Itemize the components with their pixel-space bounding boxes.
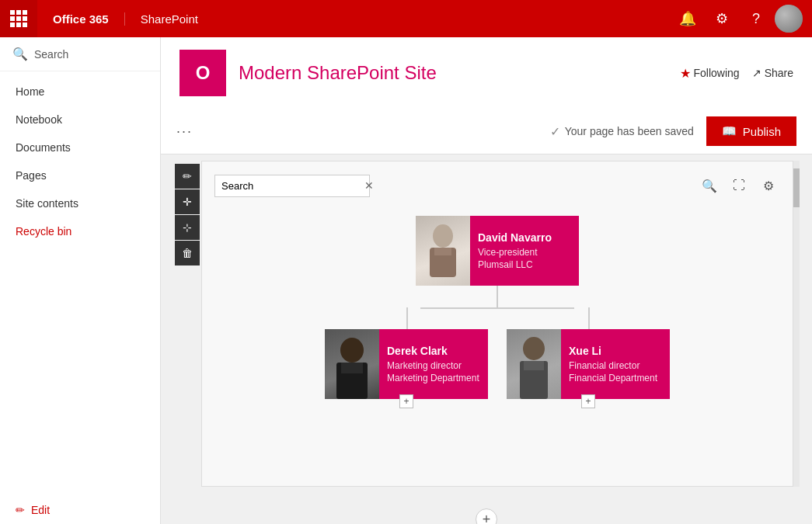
settings-icon: ⚙ bbox=[763, 179, 774, 193]
webpart-area: ✏ ✛ ⊹ 🗑 bbox=[161, 154, 812, 499]
connector-v-1 bbox=[497, 286, 498, 307]
publish-label: Publish bbox=[743, 125, 781, 138]
zoom-button[interactable]: 🔍 bbox=[698, 174, 721, 197]
expand-icon: ⛶ bbox=[733, 179, 745, 193]
notification-button[interactable]: 🔔 bbox=[672, 3, 703, 34]
org-card-david[interactable]: David Navarro Vice-president Plumsail LL… bbox=[416, 216, 579, 286]
question-icon: ? bbox=[752, 11, 760, 27]
connector-v-derek bbox=[406, 307, 408, 329]
scrollbar-track[interactable] bbox=[793, 161, 800, 487]
webpart-header: ✕ 🔍 ⛶ ⚙ bbox=[214, 174, 780, 197]
connector-v-xue bbox=[588, 307, 590, 329]
org-card-derek[interactable]: Derek Clark Marketing director Marketing… bbox=[325, 329, 488, 399]
settings-button[interactable]: ⚙ bbox=[706, 3, 737, 34]
toolbar-dots[interactable]: ··· bbox=[176, 123, 193, 140]
topbar-icons: 🔔 ⚙ ? bbox=[672, 3, 812, 34]
zoom-icon: 🔍 bbox=[702, 179, 717, 193]
webpart-frame: ✕ 🔍 ⛶ ⚙ bbox=[201, 161, 793, 487]
documents-label: Documents bbox=[16, 141, 71, 154]
scrollbar-thumb[interactable] bbox=[793, 168, 800, 207]
drag-webpart-button[interactable]: ⊹ bbox=[175, 215, 200, 240]
xue-photo-silhouette bbox=[511, 333, 557, 399]
sidebar: 🔍 Search Home Notebook Documents Pages S… bbox=[0, 37, 161, 524]
notebook-label: Notebook bbox=[16, 113, 62, 126]
svg-rect-2 bbox=[434, 248, 451, 255]
waffle-icon bbox=[10, 10, 27, 27]
bell-icon: 🔔 bbox=[679, 10, 696, 27]
org-card-role-derek: Marketing director bbox=[387, 360, 480, 371]
gear-icon: ⚙ bbox=[716, 10, 728, 27]
site-title: Modern SharePoint Site bbox=[239, 62, 437, 84]
waffle-button[interactable] bbox=[0, 0, 37, 37]
expand-derek-button[interactable]: + bbox=[399, 394, 413, 408]
sidebar-item-notebook[interactable]: Notebook bbox=[0, 106, 160, 134]
search-box[interactable]: ✕ bbox=[214, 175, 370, 197]
org-card-name-david: David Navarro bbox=[478, 231, 571, 244]
dots-icon: ··· bbox=[176, 123, 193, 139]
sidebar-item-home[interactable]: Home bbox=[0, 78, 160, 106]
org-card-photo-david bbox=[416, 216, 470, 286]
share-button[interactable]: ↗ Share bbox=[752, 67, 793, 79]
help-button[interactable]: ? bbox=[741, 3, 772, 34]
layout: 🔍 Search Home Notebook Documents Pages S… bbox=[0, 37, 812, 524]
pages-label: Pages bbox=[16, 169, 47, 182]
sidebar-item-recycle-bin[interactable]: Recycle bin bbox=[0, 217, 160, 245]
edit-button[interactable]: ✏ Edit bbox=[0, 496, 160, 524]
org-card-role-david: Vice-president bbox=[478, 247, 571, 258]
recycle-bin-label: Recycle bin bbox=[16, 225, 71, 238]
delete-webpart-button[interactable]: 🗑 bbox=[175, 241, 200, 265]
settings-webpart-button[interactable]: ⚙ bbox=[757, 174, 780, 197]
webpart-actions: 🔍 ⛶ ⚙ bbox=[698, 174, 780, 197]
move-webpart-button[interactable]: ✛ bbox=[175, 189, 200, 214]
org-card-role-xue: Financial director bbox=[569, 360, 662, 371]
derek-photo-silhouette bbox=[329, 333, 375, 399]
svg-point-3 bbox=[340, 338, 364, 363]
site-contents-label: Site contents bbox=[16, 197, 78, 210]
toolbar-right: ✓ Your page has been saved 📖 Publish bbox=[550, 116, 796, 146]
following-label: Following bbox=[694, 67, 740, 79]
org-card-photo-xue bbox=[507, 329, 561, 399]
org-card-photo-derek bbox=[325, 329, 379, 399]
check-icon: ✓ bbox=[550, 124, 560, 139]
search-clear-button[interactable]: ✕ bbox=[358, 179, 380, 192]
following-button[interactable]: ★ Following bbox=[680, 66, 740, 81]
site-header-top: O Modern SharePoint Site ★ Following ↗ S… bbox=[179, 37, 793, 109]
site-header: O Modern SharePoint Site ★ Following ↗ S… bbox=[161, 37, 812, 109]
star-icon: ★ bbox=[680, 66, 691, 81]
edit-webpart-button[interactable]: ✏ bbox=[175, 164, 200, 189]
edit-icon: ✏ bbox=[16, 504, 25, 516]
site-name: SharePoint bbox=[125, 12, 214, 26]
org-chart: David Navarro Vice-president Plumsail LL… bbox=[214, 210, 780, 415]
share-icon: ↗ bbox=[752, 67, 761, 79]
expand-xue-button[interactable]: + bbox=[581, 394, 595, 408]
fullscreen-button[interactable]: ⛶ bbox=[727, 174, 751, 197]
sidebar-item-site-contents[interactable]: Site contents bbox=[0, 189, 160, 217]
site-header-left: O Modern SharePoint Site bbox=[179, 50, 437, 96]
sidebar-nav: Home Notebook Documents Pages Site conte… bbox=[0, 71, 160, 496]
topbar: Office 365 SharePoint 🔔 ⚙ ? bbox=[0, 0, 812, 37]
org-card-name-xue: Xue Li bbox=[569, 345, 662, 357]
home-label: Home bbox=[16, 85, 44, 98]
org-card-xue[interactable]: Xue Li Financial director Financial Depa… bbox=[507, 329, 670, 399]
saved-message: ✓ Your page has been saved bbox=[550, 124, 694, 139]
trash-icon: 🗑 bbox=[182, 247, 193, 259]
org-search-input[interactable] bbox=[215, 175, 358, 196]
org-card-xue-wrapper: Xue Li Financial director Financial Depa… bbox=[507, 329, 670, 399]
page-editor: ··· ✓ Your page has been saved 📖 Publish bbox=[161, 109, 812, 524]
org-card-info-derek: Derek Clark Marketing director Marketing… bbox=[379, 329, 488, 399]
add-section-button[interactable]: + bbox=[476, 508, 497, 524]
publish-book-icon: 📖 bbox=[722, 124, 737, 138]
drag-icon: ⊹ bbox=[183, 221, 192, 234]
svg-point-6 bbox=[523, 337, 545, 360]
site-header-actions: ★ Following ↗ Share bbox=[680, 66, 794, 81]
publish-button[interactable]: 📖 Publish bbox=[706, 116, 796, 146]
sidebar-item-pages[interactable]: Pages bbox=[0, 161, 160, 189]
sidebar-item-documents[interactable]: Documents bbox=[0, 134, 160, 161]
svg-rect-8 bbox=[524, 361, 544, 370]
page-toolbar: ··· ✓ Your page has been saved 📖 Publish bbox=[161, 109, 812, 154]
avatar[interactable] bbox=[775, 5, 803, 33]
search-icon: 🔍 bbox=[12, 47, 28, 61]
site-logo-letter: O bbox=[196, 62, 211, 84]
sidebar-search[interactable]: 🔍 Search bbox=[0, 37, 160, 71]
add-section-area: + bbox=[161, 499, 812, 524]
